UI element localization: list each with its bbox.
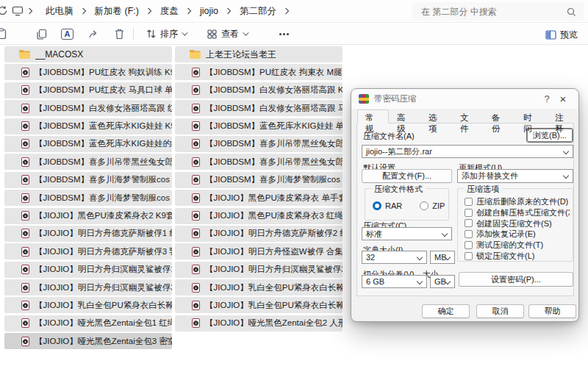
more-icon[interactable] (278, 28, 290, 40)
compress-option-checkbox[interactable]: 添加恢复记录(E) (465, 229, 570, 240)
dialog-tab[interactable]: 备份 (484, 110, 515, 123)
compress-option-checkbox[interactable]: 测试压缩的文件(T) (465, 240, 570, 251)
list-item[interactable]: 【JIOBDSM】蓝色死库水KIG娃娃的红绳龟甲... (4, 136, 172, 152)
chevron-right-icon (187, 7, 192, 15)
breadcrumb-item[interactable]: 度盘 (156, 4, 196, 19)
list-item[interactable]: 【JIOBDSM】PU红皮衣 狗奴训练 K9套装放... (4, 64, 172, 80)
list-item[interactable]: __MACOSX (4, 46, 172, 62)
checkbox-label: 添加恢复记录(E) (476, 229, 536, 240)
file-name: 【JIOJIO】黑色PU漆皮紧身衣3 红绳M腿日式... (205, 210, 343, 221)
dialog-tab[interactable]: 注释 (547, 110, 578, 123)
list-item[interactable]: 【JIOJIO】哑光黑色Zentai全包2 人形犬K9套... (175, 315, 343, 332)
list-item[interactable]: 【JIOBDSM】喜多川吊带黑丝兔女郎cos TK... (175, 136, 343, 152)
split-unit-combobox[interactable]: GB (430, 275, 455, 288)
list-item[interactable]: 【JIOJIO】明日方舟德克萨斯被俘2 红绳龟甲... (175, 226, 343, 242)
help-button[interactable]: 帮助 (528, 304, 576, 318)
list-item[interactable]: 【JIOBDSM】喜多川海梦警制服cos 马具型... (175, 172, 343, 188)
dictionary-unit-combobox[interactable]: MB (430, 251, 455, 264)
sort-icon (145, 28, 157, 40)
compress-option-checkbox[interactable]: 创建固实压缩文件(S) (465, 218, 570, 229)
file-name: 【JIOJIO】明日方舟归溟幽灵鲨被俘1 在房间... (35, 264, 172, 275)
list-item[interactable]: 【JIOJIO】明日方舟归溟幽灵鲨被俘2 肉丝全... (175, 262, 343, 278)
format-radio[interactable]: RAR (373, 201, 402, 210)
general-tab-page: 压缩文件名(A) 浏览(B)... jiojio--第二部分.rar 默认设置 … (356, 123, 574, 296)
dialog-tab[interactable]: 文件 (452, 110, 484, 123)
search-icon[interactable] (567, 7, 576, 20)
set-password-button[interactable]: 设置密码(P)... (459, 272, 573, 287)
list-item[interactable]: 【JIOBDSM】白发修女洛丽塔高跟 K9头饰吊... (175, 82, 343, 98)
list-item[interactable]: 【JIOBDSM】PU红皮衣 拘束衣 M腿放置 皮... (175, 64, 343, 80)
media-file-icon (192, 247, 200, 257)
share-icon[interactable] (87, 28, 99, 40)
list-item[interactable]: 【JIOBDSM】白发修女洛丽塔高跟 红绳日式... (4, 100, 172, 116)
breadcrumb-item[interactable]: jiojio (196, 4, 235, 18)
breadcrumb-label[interactable]: jiojio (196, 4, 223, 18)
list-item[interactable]: 【JIOBDSM】喜多川吊带黑丝兔女郎cos 白... (4, 154, 172, 170)
rename-icon[interactable]: A (61, 29, 74, 40)
list-item[interactable]: 【JIOBDSM】PU红皮衣 马具口球 单手套+K9... (4, 82, 172, 98)
list-item[interactable]: 【JIOJIO】明日方舟怪盗W被俘 合集.mp4 (175, 243, 343, 259)
breadcrumb-item[interactable]: 新加卷 (F:) (90, 4, 156, 19)
dialog-help-icon[interactable]: ? (539, 93, 555, 104)
list-item[interactable]: 【JIOBDSM】白发修女洛丽塔高跟 马具形口... (175, 100, 343, 116)
compress-option-checkbox[interactable]: 创建自解压格式压缩文件(X) (465, 207, 570, 218)
sort-button[interactable]: 排序 (142, 26, 189, 43)
split-size-combobox[interactable]: 6 GB (362, 275, 427, 288)
refresh-icon[interactable] (0, 5, 7, 17)
search-input[interactable] (412, 7, 555, 17)
preview-button[interactable]: 预览 (542, 26, 581, 43)
breadcrumb-label[interactable]: 度盘 (156, 4, 183, 19)
archive-name-combobox[interactable]: jiojio--第二部分.rar (362, 145, 573, 158)
dialog-tab[interactable]: 选项 (420, 110, 452, 123)
list-item[interactable]: 【JIOJIO】明日方舟归溟幽灵鲨被俘1 在房间... (4, 262, 172, 278)
breadcrumb-item[interactable]: 第二部分 (235, 4, 293, 19)
dialog-tab[interactable]: 时间 (515, 110, 547, 123)
delete-icon[interactable] (113, 28, 125, 40)
breadcrumb-label[interactable]: 新加卷 (F:) (90, 4, 143, 19)
list-item[interactable]: 【JIOBDSM】喜多川海梦警制服cos 红绳日... (4, 172, 172, 188)
file-name: 【JIOJIO】哑光黑色Zentai全包2 人形犬K9套... (205, 318, 343, 329)
toolbar-divider (133, 28, 134, 40)
file-name: 【JIOJIO】明日方舟归溟幽灵鲨被俘3 套上乳... (35, 282, 172, 293)
list-item[interactable]: 【JIOJIO】乳白全包PU紧身衣白长靴2.mp4 (4, 297, 172, 313)
view-grid-icon (206, 28, 218, 40)
dialog-tab[interactable]: 常规 (357, 110, 389, 123)
close-icon[interactable]: × (555, 93, 571, 105)
profiles-button[interactable]: 配置文件(F)... (362, 169, 452, 183)
list-item[interactable]: 【JIOJIO】哑光黑色Zentai全包3 密室囚禁过... (4, 333, 172, 349)
list-item[interactable]: 上老王论坛当老王 (175, 46, 343, 62)
cancel-button[interactable]: 取消 (476, 304, 524, 318)
compress-option-checkbox[interactable]: 锁定压缩文件(L) (465, 251, 570, 262)
breadcrumb-label[interactable]: 此电脑 (41, 4, 78, 19)
list-item[interactable]: 【JIOBDSM】蓝色死库水KIG娃娃 单手套 M... (175, 118, 343, 135)
breadcrumb-item[interactable]: 此电脑 (41, 4, 90, 19)
compression-method-combobox[interactable]: 标准 (362, 227, 452, 240)
list-item[interactable]: 【JIOJIO】明日方舟德克萨斯被俘3 乳胶真空... (4, 243, 172, 259)
list-item[interactable]: 【JIOJIO】黑色PU漆皮紧身衣2 K9套装 密室... (4, 208, 172, 224)
list-item[interactable]: 【JIOJIO】乳白全包PU紧身衣白长靴1.mp4 (175, 279, 343, 295)
dialog-tab[interactable]: 高级 (389, 110, 420, 123)
list-item[interactable]: 【JIOJIO】黑色PU漆皮紧身衣 单手套拘束双... (175, 190, 343, 206)
view-button[interactable]: 查看 (203, 26, 250, 43)
list-item[interactable]: 【JIOBDSM】喜多川吊带黑丝兔女郎cos 跑... (175, 154, 343, 170)
search-box[interactable] (412, 2, 584, 21)
list-item[interactable]: 【JIOBDSM】喜多川海梦警制服cos 漆皮单... (4, 190, 172, 206)
format-radio[interactable]: ZIP (420, 201, 445, 210)
paste-icon[interactable] (0, 28, 7, 40)
list-item[interactable]: 【JIOJIO】哑光黑色Zentai全包1 红绳紧缚 欧... (4, 315, 172, 332)
list-item[interactable]: 【JIOJIO】明日方舟归溟幽灵鲨被俘3 套上乳... (4, 279, 172, 295)
breadcrumb-label[interactable]: 第二部分 (235, 4, 281, 19)
list-item[interactable]: 【JIOJIO】明日方舟德克萨斯被俘1 红绳龟甲... (4, 226, 172, 242)
list-item[interactable]: 【JIOBDSM】蓝色死库水KIG娃娃 K9套装 密... (4, 118, 172, 135)
dialog-titlebar[interactable]: 带密码压缩 ? × (351, 89, 578, 109)
dictionary-size-combobox[interactable]: 32 (362, 251, 427, 264)
compress-option-checkbox[interactable]: 压缩后删除原来的文件(D) (465, 196, 570, 207)
browse-button[interactable]: 浏览(B)... (526, 128, 573, 143)
media-file-icon (192, 157, 200, 167)
update-mode-combobox[interactable]: 添加并替换文件 (457, 169, 573, 183)
copy-icon[interactable] (35, 28, 47, 40)
file-name: 【JIOBDSM】白发修女洛丽塔高跟 马具形口... (205, 103, 343, 114)
ok-button[interactable]: 确定 (422, 304, 470, 318)
list-item[interactable]: 【JIOJIO】乳白全包PU紧身衣白长靴3 海洋球... (175, 297, 343, 313)
list-item[interactable]: 【JIOJIO】黑色PU漆皮紧身衣3 红绳M腿日式... (175, 208, 343, 224)
